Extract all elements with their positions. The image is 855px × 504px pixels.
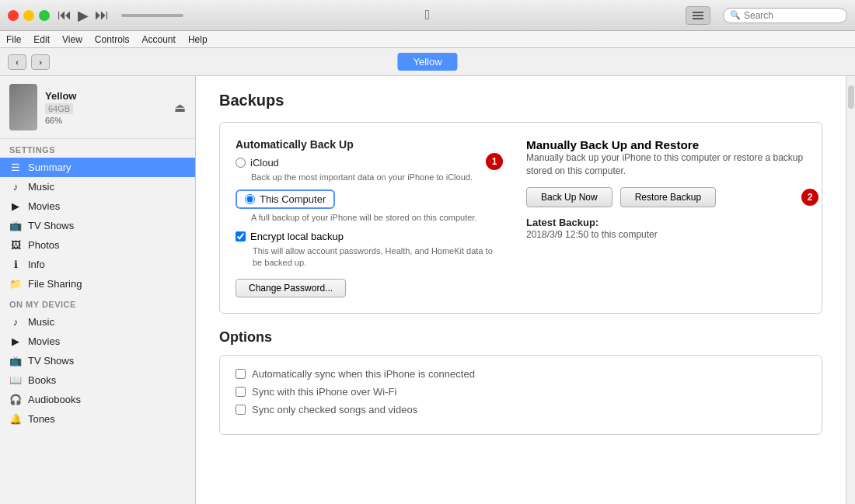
settings-section-label: Settings: [0, 139, 195, 158]
icloud-radio-label[interactable]: iCloud: [250, 157, 279, 169]
forward-button[interactable]: ›: [31, 54, 50, 70]
sidebar-label-file-sharing: File Sharing: [28, 278, 82, 290]
close-button[interactable]: [8, 10, 19, 21]
option-label-3[interactable]: Sync only checked songs and videos: [252, 404, 417, 415]
sidebar-item-file-sharing[interactable]: 📁 File Sharing: [0, 274, 195, 294]
device-icon: [9, 84, 37, 130]
sidebar-label-device-tv-shows: TV Shows: [28, 355, 74, 367]
main-layout: Yellow 64GB 66% ⏏ Settings ☰ Summary ♪ M…: [0, 76, 855, 504]
device-info: Yellow 64GB 66%: [45, 90, 166, 125]
option-label-2[interactable]: Sync with this iPhone over Wi-Fi: [252, 386, 396, 398]
option-checkbox-2[interactable]: [236, 387, 246, 397]
page-title: Backups: [219, 92, 822, 109]
auto-backup-heading: Automatically Back Up: [236, 138, 495, 151]
music-icon: ♪: [9, 181, 22, 193]
sidebar-item-device-books[interactable]: 📖 Books: [0, 370, 195, 390]
search-input[interactable]: [744, 10, 837, 21]
sidebar-item-summary[interactable]: ☰ Summary: [0, 158, 195, 177]
sidebar-item-device-audiobooks[interactable]: 🎧 Audiobooks: [0, 390, 195, 409]
sidebar-label-movies: Movies: [28, 200, 60, 212]
encrypt-label[interactable]: Encrypt local backup: [250, 231, 344, 242]
backups-row: Automatically Back Up iCloud 1 Back up t…: [236, 138, 806, 297]
option-row-3[interactable]: Sync only checked songs and videos: [236, 404, 806, 415]
sidebar-item-device-tones[interactable]: 🔔 Tones: [0, 409, 195, 429]
sidebar-label-device-music: Music: [28, 316, 54, 328]
latest-backup-label: Latest Backup:: [526, 217, 598, 228]
device-movies-icon: ▶: [9, 335, 22, 347]
restore-backup-button[interactable]: Restore Backup: [620, 187, 716, 207]
transport-controls: ⏮ ▶ ⏭: [58, 7, 183, 24]
this-computer-label[interactable]: This Computer: [260, 193, 326, 205]
menu-controls[interactable]: Controls: [95, 34, 130, 45]
rewind-button[interactable]: ⏮: [58, 7, 72, 23]
photos-icon: 🖼: [9, 239, 22, 251]
fastforward-button[interactable]: ⏭: [95, 7, 109, 23]
options-title: Options: [219, 329, 822, 346]
sidebar-item-movies[interactable]: ▶ Movies: [0, 196, 195, 216]
sidebar-label-summary: Summary: [28, 162, 72, 173]
device-tones-icon: 🔔: [9, 413, 22, 425]
play-button[interactable]: ▶: [78, 7, 89, 24]
option-checkbox-3[interactable]: [236, 405, 246, 415]
this-computer-radio[interactable]: [245, 194, 255, 204]
this-computer-radio-box[interactable]: This Computer: [236, 189, 335, 209]
title-bar: ⏮ ▶ ⏭  🔍: [0, 0, 855, 31]
sidebar-item-photos[interactable]: 🖼 Photos: [0, 235, 195, 255]
minimize-button[interactable]: [23, 10, 34, 21]
search-bar[interactable]: 🔍: [723, 8, 847, 23]
device-battery: 66%: [45, 116, 166, 125]
menu-file[interactable]: File: [6, 34, 21, 45]
view-toggle-button[interactable]: [686, 6, 710, 25]
scrollbar[interactable]: [846, 76, 855, 504]
sidebar-label-info: Info: [28, 259, 45, 270]
on-device-section-label: On My Device: [0, 294, 195, 312]
option-label-1[interactable]: Automatically sync when this iPhone is c…: [252, 368, 475, 380]
sidebar-item-device-music[interactable]: ♪ Music: [0, 312, 195, 332]
encrypt-checkbox-row[interactable]: Encrypt local backup: [236, 231, 495, 242]
backup-action-buttons: Back Up Now Restore Backup 2: [526, 187, 806, 207]
sidebar-label-device-movies: Movies: [28, 335, 60, 347]
back-button[interactable]: ‹: [8, 54, 26, 70]
menu-edit[interactable]: Edit: [33, 34, 50, 45]
change-password-button[interactable]: Change Password...: [236, 279, 346, 297]
option-row-2[interactable]: Sync with this iPhone over Wi-Fi: [236, 386, 806, 398]
info-icon: ℹ: [9, 259, 22, 270]
latest-backup-info: Latest Backup: 2018/3/9 12:50 to this co…: [526, 217, 806, 240]
icloud-radio[interactable]: [236, 158, 246, 168]
sidebar-label-music: Music: [28, 181, 54, 193]
device-name-badge: Yellow: [397, 53, 457, 71]
annotation-2: 2: [801, 189, 818, 206]
device-audiobooks-icon: 🎧: [9, 394, 22, 405]
backups-section: Automatically Back Up iCloud 1 Back up t…: [219, 122, 822, 314]
icloud-radio-row[interactable]: iCloud 1: [236, 157, 495, 169]
options-section: Automatically sync when this iPhone is c…: [219, 355, 822, 435]
icloud-description: Back up the most important data on your …: [251, 172, 495, 183]
menu-account[interactable]: Account: [142, 34, 176, 45]
encrypt-description: This will allow account passwords, Healt…: [253, 245, 495, 269]
option-row-1[interactable]: Automatically sync when this iPhone is c…: [236, 368, 806, 380]
menu-help[interactable]: Help: [188, 34, 208, 45]
menu-view[interactable]: View: [62, 34, 82, 45]
sidebar-item-music[interactable]: ♪ Music: [0, 177, 195, 196]
sidebar-item-device-movies[interactable]: ▶ Movies: [0, 332, 195, 351]
volume-slider[interactable]: [121, 14, 183, 17]
list-icon: [693, 12, 703, 19]
tv-shows-icon: 📺: [9, 220, 22, 231]
sidebar: Yellow 64GB 66% ⏏ Settings ☰ Summary ♪ M…: [0, 76, 196, 504]
apple-logo-icon: : [425, 7, 431, 23]
maximize-button[interactable]: [39, 10, 50, 21]
sidebar-item-tv-shows[interactable]: 📺 TV Shows: [0, 216, 195, 235]
backup-now-button[interactable]: Back Up Now: [526, 187, 612, 207]
scrollbar-thumb[interactable]: [848, 85, 854, 109]
sidebar-item-device-tv-shows[interactable]: 📺 TV Shows: [0, 351, 195, 370]
eject-button[interactable]: ⏏: [174, 100, 186, 115]
encrypt-checkbox[interactable]: [236, 231, 246, 242]
annotation-1: 1: [486, 153, 503, 170]
option-checkbox-1[interactable]: [236, 369, 246, 379]
menu-bar: File Edit View Controls Account Help: [0, 31, 855, 48]
sidebar-item-info[interactable]: ℹ Info: [0, 255, 195, 274]
sidebar-label-tv-shows: TV Shows: [28, 220, 74, 231]
file-sharing-icon: 📁: [9, 278, 22, 290]
content-area: Backups Automatically Back Up iCloud 1 B…: [196, 76, 846, 504]
device-books-icon: 📖: [9, 374, 22, 386]
